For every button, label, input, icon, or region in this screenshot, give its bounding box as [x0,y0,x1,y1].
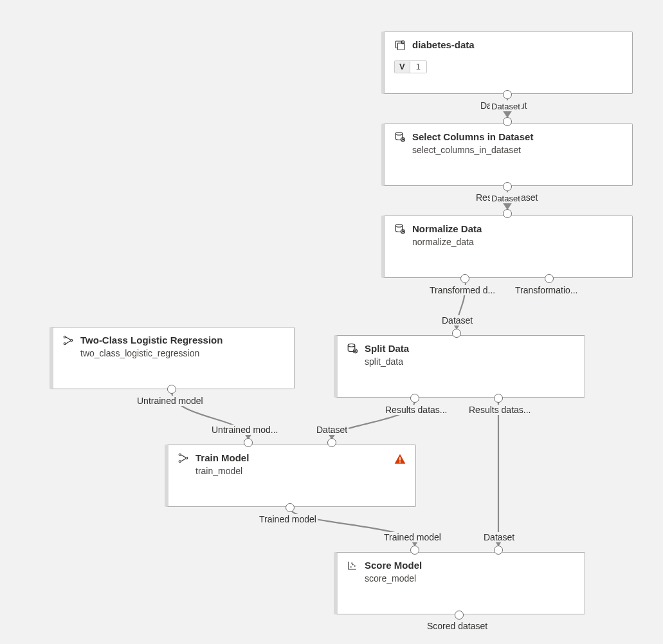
port-out-logreg[interactable] [167,385,176,394]
svg-point-6 [395,225,403,228]
svg-point-18 [179,461,181,463]
svg-rect-1 [397,43,404,50]
dataset-icon [394,39,406,51]
port-label: Results datas... [384,405,449,415]
port-label: Transformed d... [428,285,496,295]
port-label: Dataset [315,425,349,435]
datastore-gear-icon [347,343,358,354]
node-title: Score Model [365,559,422,572]
algorithm-icon [62,335,74,346]
svg-point-12 [64,336,66,338]
svg-rect-15 [399,457,401,461]
node-split-data[interactable]: Split Data split_data [334,335,585,398]
svg-point-9 [348,344,355,347]
node-sub: split_data [365,356,409,367]
svg-point-17 [179,454,181,455]
node-title: diabetes-data [412,39,475,51]
port-label: Scored dataset [426,621,489,631]
node-score-model[interactable]: Score Model score_model [334,552,585,614]
node-sub: train_model [195,466,249,476]
svg-point-3 [395,133,403,136]
port-label: Dataset [490,102,522,111]
port-in-score-1[interactable] [410,546,419,555]
node-title: Select Columns in Dataset [412,131,533,143]
node-title: Two-Class Logistic Regression [80,334,223,347]
pipeline-canvas[interactable]: diabetes-data V 1 Data output Dataset [0,0,663,644]
port-in-train-2[interactable] [327,438,336,447]
port-in-score-2[interactable] [494,546,503,555]
port-out-split-1[interactable] [410,394,419,403]
node-sub: score_model [365,573,422,584]
port-in-split[interactable] [452,329,461,338]
node-sub: two_class_logistic_regression [80,348,223,358]
algorithm-icon [177,452,189,464]
port-label: Dataset [482,532,516,542]
svg-rect-16 [399,461,401,463]
datastore-gear-icon [394,223,406,235]
svg-point-20 [350,566,352,567]
svg-point-19 [186,457,188,459]
svg-point-14 [71,340,73,342]
svg-point-13 [64,343,66,345]
port-label: Untrained mod... [210,425,280,435]
port-in-normalize[interactable] [503,209,512,218]
scatter-chart-icon [347,560,358,571]
node-select-columns[interactable]: Select Columns in Dataset select_columns… [381,124,633,186]
warning-icon [394,453,406,466]
svg-point-2 [401,41,404,44]
port-out-diabetes[interactable] [503,90,512,99]
node-logistic-regression[interactable]: Two-Class Logistic Regression two_class_… [50,327,295,389]
port-label: Results datas... [468,405,532,415]
port-out-normalize-1[interactable] [460,274,469,283]
port-in-selectcols[interactable] [503,117,512,126]
port-out-split-2[interactable] [494,394,503,403]
svg-point-23 [351,562,352,564]
port-out-score[interactable] [455,611,464,620]
port-label: Untrained model [136,396,204,406]
datastore-gear-icon [394,131,406,143]
node-diabetes-data[interactable]: diabetes-data V 1 [381,32,633,94]
version-tag: V 1 [394,60,427,73]
port-label: Transformatio... [514,285,579,295]
port-out-selectcols[interactable] [503,182,512,191]
port-out-train[interactable] [286,503,295,512]
port-label: Dataset [440,315,474,326]
node-title: Split Data [365,342,409,355]
node-sub: normalize_data [412,237,482,247]
port-label: Trained model [383,532,442,542]
port-in-train-1[interactable] [244,438,253,447]
node-normalize-data[interactable]: Normalize Data normalize_data [381,216,633,278]
node-title: Train Model [195,452,249,465]
port-label: Trained model [258,514,318,524]
node-train-model[interactable]: Train Model train_model [165,445,416,507]
edges-layer [0,0,663,644]
port-label: Dataset [490,194,522,203]
node-title: Normalize Data [412,223,482,235]
port-out-normalize-2[interactable] [545,274,554,283]
svg-point-21 [352,564,354,566]
node-sub: select_columns_in_dataset [412,145,533,155]
svg-point-22 [354,566,356,567]
